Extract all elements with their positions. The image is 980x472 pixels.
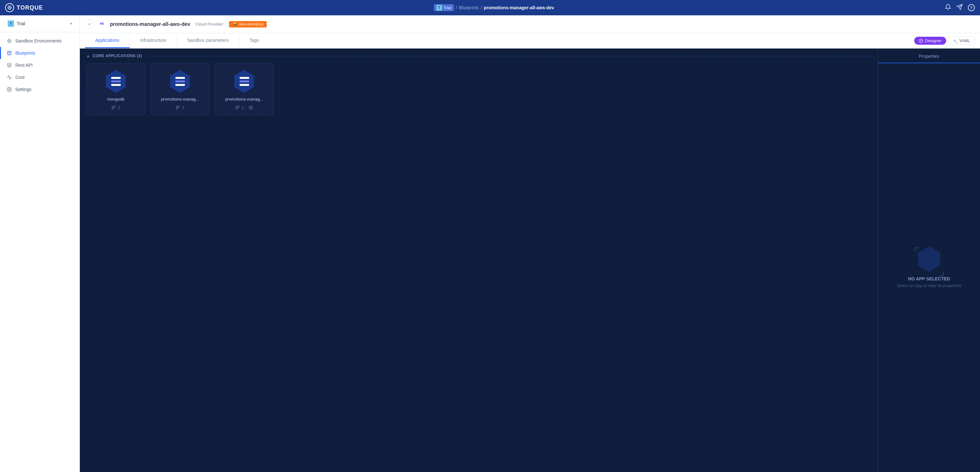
breadcrumb-current: promotions-manager-all-aws-dev xyxy=(484,5,554,10)
instances-count-mongodb: 1 xyxy=(118,105,120,110)
yaml-icon: >_ xyxy=(953,39,958,43)
cloud-provider-label: Cloud Provider: xyxy=(196,22,224,27)
instances-count-promotions-1: 1 xyxy=(182,105,184,110)
svg-rect-20 xyxy=(112,106,114,108)
sidebar-label-cost: Cost xyxy=(15,75,25,80)
app-meta-promotions-2: 1 | xyxy=(235,105,253,110)
blueprints-icon xyxy=(6,50,12,56)
help-icon[interactable]: ? xyxy=(968,4,975,11)
tabs-right: Designer >_ YAML xyxy=(914,37,975,45)
sidebar: T Trial ▾ Sandbox Environments xyxy=(0,15,80,472)
meta-sep: | xyxy=(246,105,247,110)
cost-icon xyxy=(6,75,12,80)
app-container: TORQUE T Trial / Blueprints / promotions… xyxy=(0,0,980,472)
sidebar-item-settings[interactable]: Settings xyxy=(0,83,80,95)
content-header: promotions-manager-all-aws-dev Cloud Pro… xyxy=(80,15,980,33)
sidebar-nav: Sandbox Environments Blueprints Rest API xyxy=(0,32,80,98)
cloud-provider-badge[interactable]: 📦 aws-workshop xyxy=(229,21,267,27)
torque-logo: TORQUE xyxy=(5,3,43,12)
sidebar-item-sandbox[interactable]: Sandbox Environments xyxy=(0,35,80,47)
tabs-bar: Applications Infrastructure Sandbox para… xyxy=(80,33,980,49)
svg-rect-25 xyxy=(176,108,178,110)
svg-rect-24 xyxy=(178,106,180,108)
settings-icon xyxy=(6,87,12,92)
send-icon[interactable] xyxy=(956,4,963,12)
sidebar-header: T Trial ▾ xyxy=(0,15,80,32)
tab-sandbox-parameters[interactable]: Sandbox parameters xyxy=(177,33,239,48)
sidebar-item-cost[interactable]: Cost xyxy=(0,71,80,83)
section-divider xyxy=(147,56,872,56)
workspace-selector[interactable]: T Trial ▾ xyxy=(5,19,75,28)
props-title: Properties xyxy=(885,54,974,63)
top-bar-right: ? xyxy=(945,4,975,12)
breadcrumb-blueprints[interactable]: Blueprints xyxy=(459,5,479,10)
yaml-button[interactable]: >_ YAML xyxy=(949,37,975,45)
top-bar-left: TORQUE xyxy=(5,3,43,12)
app-card-promotions-2[interactable]: promotions-manag... 1 | xyxy=(215,63,274,115)
breadcrumb: T Trial / Blueprints / promotions-manage… xyxy=(434,4,554,11)
restapi-icon xyxy=(6,62,12,68)
no-app-frame xyxy=(915,248,943,276)
instances-icon-3 xyxy=(235,105,240,110)
tab-applications[interactable]: Applications xyxy=(85,33,130,48)
blueprint-name: promotions-manager-all-aws-dev xyxy=(110,21,190,27)
top-bar: TORQUE T Trial / Blueprints / promotions… xyxy=(0,0,980,15)
collapse-icon[interactable]: ▲ xyxy=(86,54,90,58)
app-name-mongodb: mongodb xyxy=(107,97,124,102)
app-meta-promotions-1: 1 xyxy=(176,105,184,110)
canvas-area: ▲ CORE APPLICATIONS (3) xyxy=(80,49,878,472)
svg-rect-23 xyxy=(176,106,178,108)
logo-text: TORQUE xyxy=(17,5,43,11)
sidebar-label-sandbox: Sandbox Environments xyxy=(15,38,62,43)
section-header: ▲ CORE APPLICATIONS (3) xyxy=(80,49,878,63)
app-card-mongodb[interactable]: mongodb 1 xyxy=(86,63,145,115)
workspace-icon: T xyxy=(8,21,14,27)
svg-point-2 xyxy=(9,7,10,8)
svg-rect-26 xyxy=(236,106,237,108)
tab-infrastructure[interactable]: Infrastructure xyxy=(130,33,177,48)
svg-rect-22 xyxy=(112,108,114,110)
svg-point-10 xyxy=(9,89,10,90)
app-meta-mongodb: 1 xyxy=(111,105,120,110)
props-body: NO APP SELECTED Select an App to view it… xyxy=(878,63,980,472)
svg-rect-27 xyxy=(238,106,239,108)
sidebar-item-blueprints[interactable]: Blueprints xyxy=(0,47,80,59)
content-area: promotions-manager-all-aws-dev Cloud Pro… xyxy=(80,15,980,472)
no-app-hex-icon xyxy=(916,246,942,272)
apps-grid: mongodb 1 xyxy=(80,63,878,122)
sidebar-label-settings: Settings xyxy=(15,87,32,92)
svg-rect-28 xyxy=(236,108,237,110)
svg-point-6 xyxy=(8,39,11,43)
torque-logo-icon xyxy=(5,3,14,12)
main-area: T Trial ▾ Sandbox Environments xyxy=(0,15,980,472)
breadcrumb-sep2: / xyxy=(481,5,482,10)
sandbox-icon xyxy=(6,38,12,44)
designer-button[interactable]: Designer xyxy=(914,37,946,45)
app-icon-promotions-1 xyxy=(169,70,192,93)
breadcrumb-workspace[interactable]: T Trial xyxy=(434,4,454,11)
back-button[interactable] xyxy=(85,20,94,29)
bell-icon[interactable] xyxy=(945,4,951,12)
svg-point-5 xyxy=(9,40,10,41)
no-app-subtitle: Select an App to view its properties xyxy=(897,283,961,288)
app-icon-mongodb xyxy=(105,70,127,93)
breadcrumb-sep1: / xyxy=(456,5,457,10)
workspace-initial: T xyxy=(436,5,442,11)
sidebar-item-restapi[interactable]: Rest API xyxy=(0,59,80,71)
properties-panel: Properties NO APP SELECTED Select an App… xyxy=(878,49,980,472)
workspace-name: Trial xyxy=(17,21,25,26)
app-name-promotions-1: promotions-manag... xyxy=(161,97,199,102)
app-card-promotions-1[interactable]: promotions-manag... 1 xyxy=(150,63,210,115)
section-title: CORE APPLICATIONS (3) xyxy=(92,54,142,58)
instances-icon xyxy=(111,105,116,110)
props-header: Properties xyxy=(878,49,980,63)
instances-count-promotions-2: 1 xyxy=(242,105,244,110)
sidebar-label-blueprints: Blueprints xyxy=(15,51,35,56)
globe-icon xyxy=(248,105,253,110)
main-content: ▲ CORE APPLICATIONS (3) xyxy=(80,49,980,472)
svg-rect-21 xyxy=(114,106,116,108)
no-app-title: NO APP SELECTED xyxy=(908,276,950,281)
tabs-left: Applications Infrastructure Sandbox para… xyxy=(85,33,269,48)
instances-icon-2 xyxy=(176,105,180,110)
tab-tags[interactable]: Tags xyxy=(239,33,269,48)
